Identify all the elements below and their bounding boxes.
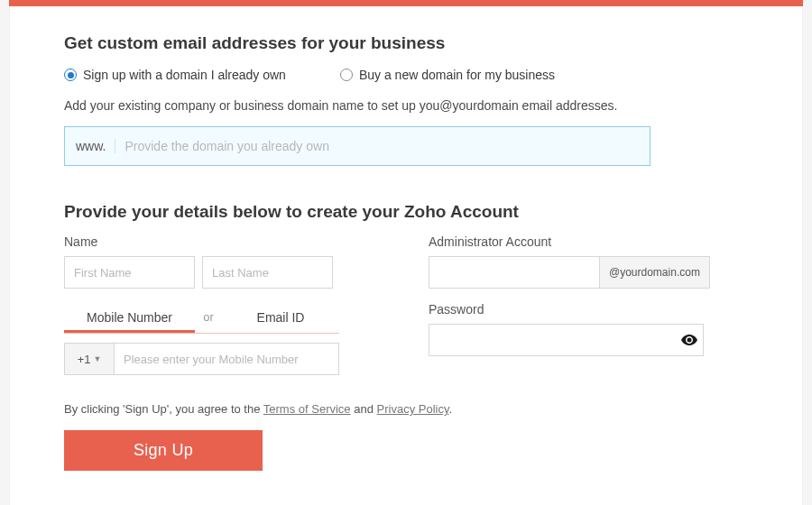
domain-input[interactable] bbox=[115, 127, 650, 165]
domain-input-group: www. bbox=[64, 126, 651, 166]
name-label: Name bbox=[64, 234, 383, 249]
chevron-down-icon: ▼ bbox=[93, 354, 101, 363]
country-code-value: +1 bbox=[78, 353, 91, 366]
agreement-and: and bbox=[351, 402, 377, 416]
admin-domain-suffix: @yourdomain.com bbox=[599, 256, 710, 289]
password-input[interactable] bbox=[429, 334, 676, 347]
custom-email-heading: Get custom email addresses for your busi… bbox=[64, 33, 748, 53]
contact-method-tabs: Mobile Number or Email ID bbox=[64, 305, 339, 334]
admin-input-group: @yourdomain.com bbox=[429, 256, 704, 289]
admin-account-input[interactable] bbox=[429, 256, 599, 289]
privacy-policy-link[interactable]: Privacy Policy bbox=[377, 402, 449, 416]
agreement-prefix: By clicking 'Sign Up', you agree to the bbox=[64, 402, 263, 416]
eye-icon bbox=[681, 335, 697, 345]
accent-bar bbox=[9, 0, 803, 6]
tab-mobile-number[interactable]: Mobile Number bbox=[64, 305, 195, 333]
form-columns: Name Mobile Number or Email ID +1 ▼ Admi… bbox=[64, 234, 748, 375]
name-row bbox=[64, 256, 383, 289]
domain-choice-radio-group: Sign up with a domain I already own Buy … bbox=[64, 68, 748, 82]
radio-icon bbox=[64, 69, 77, 81]
password-input-group bbox=[429, 324, 704, 356]
left-column: Name Mobile Number or Email ID +1 ▼ bbox=[64, 234, 383, 375]
terms-of-service-link[interactable]: Terms of Service bbox=[263, 402, 351, 416]
last-name-input[interactable] bbox=[202, 256, 333, 289]
tab-or-separator: or bbox=[195, 305, 222, 333]
country-code-selector[interactable]: +1 ▼ bbox=[65, 344, 115, 374]
password-label: Password bbox=[429, 302, 748, 317]
signup-form-container: Get custom email addresses for your busi… bbox=[9, 6, 803, 505]
toggle-password-visibility[interactable] bbox=[676, 335, 703, 345]
phone-input-group: +1 ▼ bbox=[64, 343, 339, 375]
radio-own-domain-label: Sign up with a domain I already own bbox=[83, 68, 286, 82]
account-details-heading: Provide your details below to create you… bbox=[64, 202, 748, 222]
radio-buy-domain[interactable]: Buy a new domain for my business bbox=[340, 68, 555, 82]
radio-icon bbox=[340, 69, 353, 81]
agreement-text: By clicking 'Sign Up', you agree to the … bbox=[64, 402, 748, 416]
first-name-input[interactable] bbox=[64, 256, 195, 289]
sign-up-button[interactable]: Sign Up bbox=[64, 430, 263, 471]
agreement-suffix: . bbox=[448, 402, 452, 416]
tab-email-id[interactable]: Email ID bbox=[222, 305, 339, 333]
right-column: Administrator Account @yourdomain.com Pa… bbox=[429, 234, 748, 375]
domain-helper-text: Add your existing company or business do… bbox=[64, 98, 748, 113]
domain-www-prefix: www. bbox=[65, 139, 115, 153]
admin-account-label: Administrator Account bbox=[429, 234, 748, 249]
mobile-number-input[interactable] bbox=[115, 344, 338, 374]
radio-buy-domain-label: Buy a new domain for my business bbox=[359, 68, 555, 82]
radio-own-domain[interactable]: Sign up with a domain I already own bbox=[64, 68, 286, 82]
